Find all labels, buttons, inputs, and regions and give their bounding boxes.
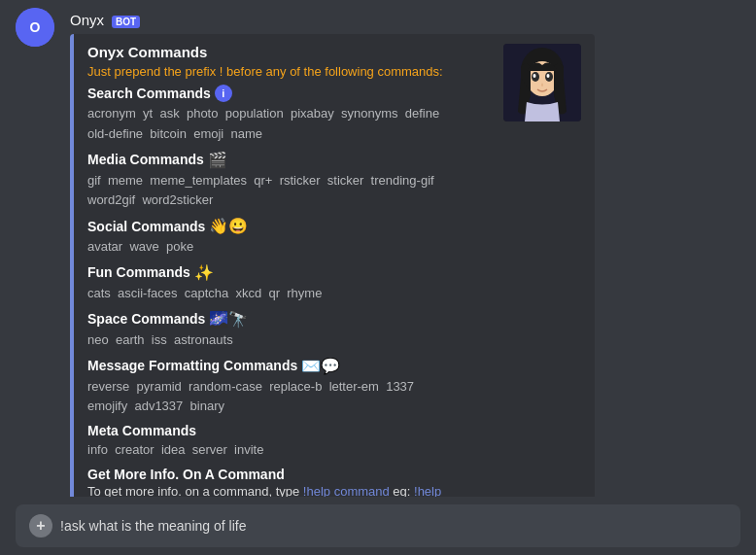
add-button[interactable]: +: [29, 514, 52, 538]
section-commands-fun: cats ascii-faces captcha xkcd qr rhyme: [87, 284, 492, 304]
section-title-media: Media Commands 🎬: [87, 151, 492, 169]
message-content: Onyx BOT Onyx Commands Just prepend the …: [70, 12, 740, 497]
embed-body: Onyx Commands Just prepend the prefix ! …: [87, 44, 492, 497]
embed-description: Just prepend the prefix ! before any of …: [87, 64, 492, 79]
bot-tag: BOT: [112, 16, 140, 28]
section-commands-message: reverse pyramid random-case replace-b le…: [87, 377, 492, 418]
section-title-search: Search Commands i: [87, 85, 492, 102]
message: O Onyx BOT Onyx Commands Just prepend th…: [70, 8, 740, 497]
input-bar: +: [16, 504, 740, 547]
message-header: Onyx BOT: [70, 12, 740, 28]
message-emoji: ✉️💬: [301, 357, 340, 375]
section-commands-space: neo earth iss astronauts: [87, 330, 492, 351]
section-commands-media: gif meme meme_templates qr+ rsticker sti…: [87, 171, 492, 212]
info-icon: i: [215, 85, 232, 102]
get-more-info-text: To get more info. on a command, type !he…: [87, 484, 492, 497]
svg-point-8: [547, 74, 550, 78]
media-emoji: 🎬: [208, 151, 227, 169]
space-emoji: 🌌🔭: [209, 310, 248, 329]
section-title-space: Space Commands 🌌🔭: [87, 310, 492, 329]
fun-emoji: ✨: [194, 263, 214, 282]
bot-avatar: O: [16, 8, 54, 47]
social-emoji: 👋😀: [209, 217, 248, 235]
section-title-fun: Fun Commands ✨: [87, 263, 492, 282]
section-commands-search: acronym yt ask photo population pixabay …: [87, 104, 492, 145]
section-commands-social: avatar wave poke: [87, 237, 492, 258]
embed-thumbnail: [503, 44, 581, 121]
section-title-message: Message Formatting Commands ✉️💬: [87, 357, 492, 375]
chat-input[interactable]: [60, 518, 727, 534]
section-commands-meta: info creator idea server invite: [87, 440, 492, 461]
section-title-social: Social Commands 👋😀: [87, 217, 492, 235]
svg-point-7: [533, 74, 536, 78]
avatar-area: O: [16, 8, 54, 47]
section-title-meta: Meta Commands: [87, 423, 492, 438]
username: Onyx: [70, 12, 104, 28]
embed-title: Onyx Commands: [87, 44, 492, 60]
chat-area: O Onyx BOT Onyx Commands Just prepend th…: [0, 0, 756, 497]
get-more-info-title: Get More Info. On A Command: [87, 467, 492, 482]
embed: Onyx Commands Just prepend the prefix ! …: [70, 34, 595, 497]
